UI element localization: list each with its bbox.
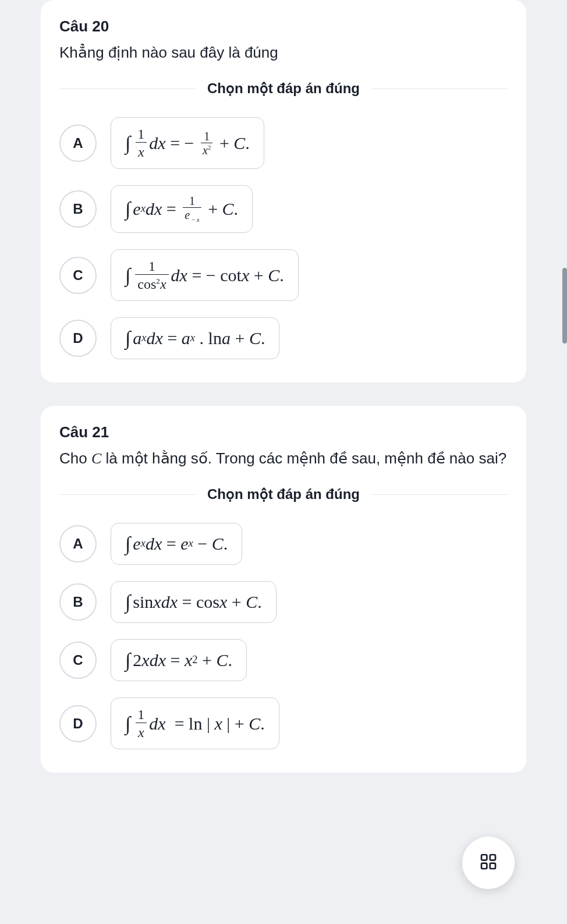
option-formula-box: ∫exdx = ex − C. <box>111 523 242 565</box>
option-letter: B <box>59 583 97 621</box>
option-formula-box: ∫sinxdx = cosx + C. <box>111 581 277 623</box>
option-a[interactable]: A ∫exdx = ex − C. <box>59 523 508 565</box>
question-text: Cho C là một hằng số. Trong các mệnh đề … <box>59 447 508 470</box>
option-d[interactable]: D ∫axdx = ax . lna + C. <box>59 317 508 359</box>
question-card: Câu 21 Cho C là một hằng số. Trong các m… <box>41 406 526 773</box>
formula: ∫exdx = ex − C. <box>125 534 228 554</box>
question-title: Câu 21 <box>59 423 508 441</box>
svg-rect-1 <box>490 855 495 860</box>
option-formula-box: ∫exdx = 1e − x + C. <box>111 185 253 233</box>
question-text: Khẳng định nào sau đây là đúng <box>59 41 508 64</box>
scroll-indicator[interactable] <box>562 268 567 344</box>
svg-rect-3 <box>490 863 495 869</box>
option-d[interactable]: D ∫ 1x dx = ln | x | + C. <box>59 698 508 749</box>
instruction-divider: Chọn một đáp án đúng <box>59 486 508 502</box>
divider-line <box>371 494 508 495</box>
option-formula-box: ∫axdx = ax . lna + C. <box>111 317 279 359</box>
svg-rect-2 <box>481 863 487 869</box>
option-a[interactable]: A ∫ 1x dx = − 1x2 + C. <box>59 117 508 169</box>
question-card: Câu 20 Khẳng định nào sau đây là đúng Ch… <box>41 0 526 383</box>
grid-icon <box>479 852 498 873</box>
option-letter: C <box>59 642 97 679</box>
formula: ∫exdx = 1e − x + C. <box>125 195 238 223</box>
grid-menu-button[interactable] <box>462 837 515 889</box>
option-letter: B <box>59 190 97 228</box>
formula: ∫ 1x dx = ln | x | + C. <box>125 707 265 739</box>
option-letter: D <box>59 320 97 357</box>
instruction-divider: Chọn một đáp án đúng <box>59 80 508 97</box>
text-part: là một hằng số. Trong các mệnh đề sau, m… <box>101 449 506 467</box>
text-var: C <box>91 450 101 467</box>
formula: ∫ 1cos2x dx = − cotx + C. <box>125 259 284 291</box>
option-letter: A <box>59 525 97 562</box>
option-b[interactable]: B ∫exdx = 1e − x + C. <box>59 185 508 233</box>
option-formula-box: ∫ 1cos2x dx = − cotx + C. <box>111 249 299 301</box>
option-c[interactable]: C ∫2xdx = x2 + C. <box>59 639 508 681</box>
text-part: Cho <box>59 449 91 467</box>
option-formula-box: ∫ 1x dx = ln | x | + C. <box>111 698 279 749</box>
instruction-text: Chọn một đáp án đúng <box>196 80 371 97</box>
formula: ∫2xdx = x2 + C. <box>125 650 232 670</box>
option-b[interactable]: B ∫sinxdx = cosx + C. <box>59 581 508 623</box>
formula: ∫axdx = ax . lna + C. <box>125 328 265 348</box>
divider-line <box>59 494 196 495</box>
question-title: Câu 20 <box>59 17 508 36</box>
option-c[interactable]: C ∫ 1cos2x dx = − cotx + C. <box>59 249 508 301</box>
option-letter: D <box>59 705 97 742</box>
option-letter: C <box>59 257 97 294</box>
instruction-text: Chọn một đáp án đúng <box>196 486 371 502</box>
svg-rect-0 <box>481 855 487 860</box>
option-formula-box: ∫2xdx = x2 + C. <box>111 639 247 681</box>
formula: ∫sinxdx = cosx + C. <box>125 592 262 612</box>
divider-line <box>371 88 508 89</box>
formula: ∫ 1x dx = − 1x2 + C. <box>125 127 250 159</box>
divider-line <box>59 88 196 89</box>
option-letter: A <box>59 125 97 162</box>
option-formula-box: ∫ 1x dx = − 1x2 + C. <box>111 117 264 169</box>
